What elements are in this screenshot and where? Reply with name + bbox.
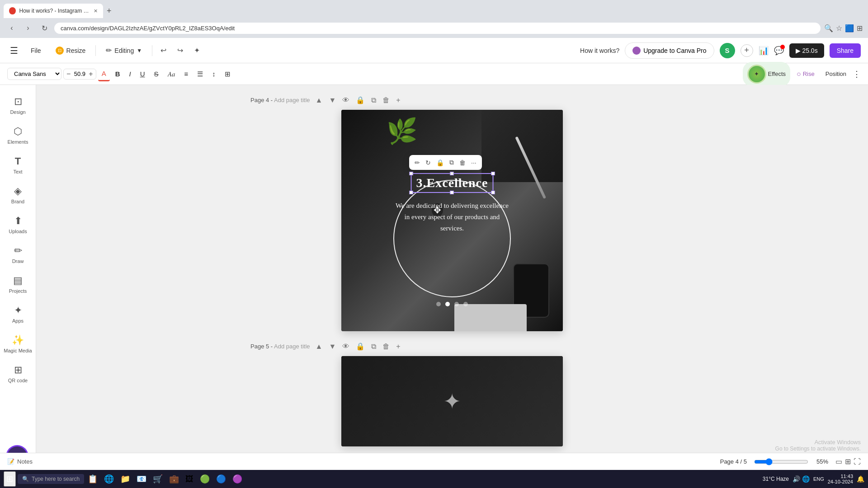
underline-button[interactable]: U: [137, 67, 149, 80]
upgrade-button[interactable]: Upgrade to Canva Pro: [625, 42, 714, 59]
font-selector[interactable]: Canva Sans: [7, 68, 61, 80]
sidebar-item-apps[interactable]: ✦ Apps: [0, 299, 36, 329]
refresh-button[interactable]: ↻: [38, 22, 51, 34]
effects-button[interactable]: ✦ Effects: [743, 62, 791, 86]
bold-button[interactable]: B: [112, 67, 124, 80]
undo-button[interactable]: ↩: [158, 43, 169, 57]
forward-button[interactable]: ›: [22, 22, 34, 34]
extensions-button[interactable]: ⊞: [857, 24, 863, 33]
sidebar-item-text[interactable]: T Text: [0, 150, 36, 180]
delete-element-button[interactable]: 🗑: [458, 157, 467, 168]
user-avatar[interactable]: S: [720, 43, 735, 58]
list-button[interactable]: ☰: [193, 67, 207, 81]
sidebar-item-uploads[interactable]: ⬆ Uploads: [0, 210, 36, 239]
browser-tab[interactable]: How it works? - Instagram Pos... ✕: [4, 4, 103, 18]
page-visibility-button[interactable]: 👁: [340, 94, 351, 106]
more-options-button[interactable]: ⋮: [853, 69, 861, 79]
page-delete-button[interactable]: 🗑: [381, 94, 392, 106]
text-effect-button[interactable]: 𝐴𝑎: [164, 67, 179, 81]
page5-down-button[interactable]: ▼: [327, 341, 338, 352]
close-tab-button[interactable]: ✕: [94, 8, 98, 14]
canvas-area[interactable]: Page 4 - Add page title ▲ ▼ 👁 🔒 ⧉ 🗑 +: [36, 85, 868, 488]
page-copy-button[interactable]: ⧉: [369, 94, 378, 106]
page5-delete-button[interactable]: 🗑: [381, 341, 392, 352]
decrease-font-size[interactable]: −: [66, 70, 71, 78]
align-button[interactable]: ≡: [181, 67, 192, 80]
sidebar-item-elements[interactable]: ⬡ Elements: [0, 120, 36, 150]
page-lock-button[interactable]: 🔒: [354, 94, 367, 106]
editing-button[interactable]: ✏ Editing ▼: [101, 43, 146, 57]
increase-font-size[interactable]: +: [89, 70, 93, 78]
mail-icon[interactable]: 📧: [135, 473, 148, 485]
rotate-element-button[interactable]: ↻: [424, 157, 433, 168]
zoom-button[interactable]: 🔍: [824, 24, 833, 33]
slide-title-selected[interactable]: 3.Excellence: [411, 173, 494, 193]
comments-button[interactable]: 💬: [774, 46, 784, 56]
page-up-button[interactable]: ▲: [314, 94, 325, 106]
new-tab-button[interactable]: +: [103, 5, 115, 18]
resize-button[interactable]: ⊡ Resize: [51, 44, 90, 57]
redo-button[interactable]: ↪: [175, 43, 186, 57]
more-text-options[interactable]: ⊞: [221, 67, 234, 81]
slide-body-text[interactable]: We are dedicated to delivering excellenc…: [393, 200, 511, 234]
sidebar-item-qr-code[interactable]: ⊞ QR code: [0, 359, 36, 389]
page-5-add-title[interactable]: Add page title: [274, 343, 310, 350]
page-add-button[interactable]: +: [394, 94, 402, 106]
sidebar-item-projects[interactable]: ▤ Projects: [0, 269, 36, 299]
page5-visibility-button[interactable]: 👁: [340, 341, 351, 352]
rise-button[interactable]: ○ Rise: [792, 67, 819, 81]
app1-icon[interactable]: 🟢: [198, 473, 212, 485]
sidebar-item-brand[interactable]: ◈ Brand: [0, 180, 36, 210]
how-it-works-button[interactable]: How it works?: [580, 47, 619, 54]
star-button[interactable]: ☆: [836, 24, 842, 33]
magic-button[interactable]: ✦: [191, 43, 203, 57]
page5-add-button[interactable]: +: [394, 341, 402, 352]
file-button[interactable]: File: [26, 44, 46, 57]
notes-button[interactable]: 📝 Notes: [7, 458, 33, 465]
address-bar[interactable]: canva.com/design/DAGL2IzhzAE/gZVctY0pRL2…: [54, 23, 821, 34]
strikethrough-button[interactable]: S: [151, 67, 162, 80]
zoom-slider[interactable]: [754, 458, 808, 465]
teams-icon[interactable]: 💼: [167, 473, 181, 485]
app2-icon[interactable]: 🔵: [214, 473, 228, 485]
analytics-button[interactable]: 📊: [759, 46, 769, 56]
page-down-button[interactable]: ▼: [327, 94, 338, 106]
fullscreen-button[interactable]: ⛶: [854, 457, 861, 466]
page-4-canvas[interactable]: 🌿 ✏ ↻ 🔒 ⧉ 🗑 ··· 3.Exce: [341, 110, 563, 331]
taskbar-search[interactable]: 🔍 Type here to search: [18, 474, 84, 484]
line-spacing-button[interactable]: ↕: [208, 67, 219, 80]
sidebar-item-draw[interactable]: ✏ Draw: [0, 239, 36, 269]
page-4-add-title[interactable]: Add page title: [274, 97, 310, 103]
notifications-icon[interactable]: 🔔: [857, 475, 864, 483]
back-button[interactable]: ‹: [5, 22, 18, 34]
store-icon[interactable]: 🛒: [151, 473, 165, 485]
lock-element-button[interactable]: 🔒: [434, 157, 446, 168]
share-button[interactable]: Share: [830, 43, 861, 58]
page-5-separator: -: [271, 343, 274, 350]
grid-view-button[interactable]: ⊞: [845, 457, 851, 466]
menu-button[interactable]: ☰: [7, 42, 21, 59]
italic-button[interactable]: I: [126, 67, 135, 80]
page-5-canvas[interactable]: ✦: [341, 356, 563, 446]
present-button[interactable]: ▶ 25.0s: [789, 43, 824, 58]
more-element-options[interactable]: ···: [469, 157, 478, 168]
sidebar-item-design[interactable]: ⊡ Design: [0, 90, 36, 120]
slide-dots: [436, 302, 468, 306]
sidebar-item-magic-media[interactable]: ✨ Magic Media: [0, 329, 36, 359]
canva-extension[interactable]: 🟦: [845, 24, 854, 33]
add-team-button[interactable]: +: [741, 44, 753, 57]
app3-icon[interactable]: 🟣: [231, 473, 244, 485]
start-button[interactable]: ⊞: [4, 471, 16, 487]
task-manager-icon[interactable]: 📋: [86, 473, 99, 485]
text-color-button[interactable]: A: [98, 67, 110, 81]
copy-element-button[interactable]: ⧉: [448, 157, 456, 168]
photos-icon[interactable]: 🖼: [184, 474, 195, 485]
folder-icon[interactable]: 📁: [118, 473, 132, 485]
position-button[interactable]: Position: [821, 68, 851, 80]
edit-element-button[interactable]: ✏: [413, 157, 422, 168]
page5-copy-button[interactable]: ⧉: [369, 341, 378, 352]
page5-up-button[interactable]: ▲: [314, 341, 325, 352]
page5-lock-button[interactable]: 🔒: [354, 340, 367, 352]
browser-taskbar-icon[interactable]: 🌐: [102, 473, 116, 485]
single-view-button[interactable]: ▭: [835, 457, 842, 466]
